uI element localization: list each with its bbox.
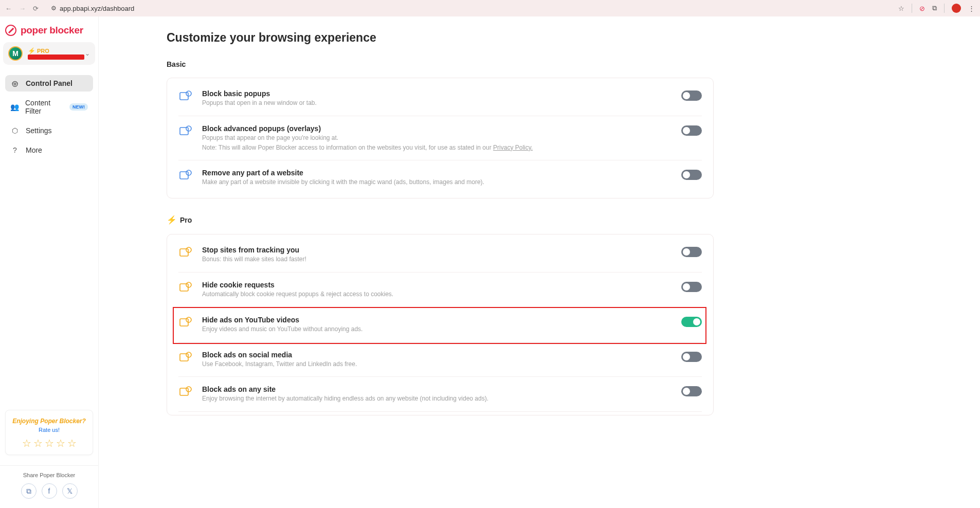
svg-point-11 xyxy=(186,317,191,322)
basic-settings-card: Block basic popups Popups that open in a… xyxy=(167,78,714,198)
setting-desc: Note: This will allow Poper Blocker acce… xyxy=(202,143,672,152)
setting-title: Remove any part of a website xyxy=(202,169,672,177)
sidebar-item-label: Settings xyxy=(26,126,52,135)
setting-title: Block advanced popups (overlays) xyxy=(202,124,672,133)
plan-label: PRO xyxy=(37,48,49,54)
sidebar-nav: ◎ Control Panel 👥 Content Filter NEW! ⬡ … xyxy=(0,75,98,158)
address-url[interactable]: app.pbapi.xyz/dashboard xyxy=(60,5,134,12)
back-icon[interactable]: ← xyxy=(5,5,12,12)
svg-rect-10 xyxy=(180,319,188,326)
reload-icon[interactable]: ⟳ xyxy=(33,5,39,12)
svg-rect-4 xyxy=(180,172,188,179)
section-pro: ⚡ Pro xyxy=(167,215,955,225)
star-icon[interactable]: ☆ xyxy=(67,437,77,449)
setting-desc: Popups that appear on the page you're lo… xyxy=(202,134,672,142)
sidebar-item-more[interactable]: ? More xyxy=(5,142,93,158)
sidebar-item-control-panel[interactable]: ◎ Control Panel xyxy=(5,75,93,92)
star-icon[interactable]: ☆ xyxy=(45,437,54,449)
svg-point-9 xyxy=(186,282,191,287)
forward-icon[interactable]: → xyxy=(19,5,26,12)
svg-point-3 xyxy=(186,126,191,131)
section-basic: Basic xyxy=(167,60,955,68)
svg-point-5 xyxy=(186,170,191,175)
setting-row: Block advanced popups (overlays) Popups … xyxy=(178,116,702,161)
svg-point-1 xyxy=(186,91,191,96)
kebab-icon[interactable]: ⋮ xyxy=(968,5,975,12)
setting-title: Block ads on social media xyxy=(202,351,672,359)
setting-toggle[interactable] xyxy=(681,90,702,101)
sidebar-item-content-filter[interactable]: 👥 Content Filter NEW! xyxy=(5,95,93,119)
star-icon[interactable]: ☆ xyxy=(22,437,31,449)
page-title: Customize your browsing experience xyxy=(167,31,955,45)
star-icon[interactable]: ☆ xyxy=(33,437,43,449)
sidebar-item-label: Control Panel xyxy=(26,79,72,87)
brand-logo[interactable]: poper blocker xyxy=(0,16,98,42)
setting-desc: Popups that open in a new window or tab. xyxy=(202,99,672,107)
rate-us-card: Enjoying Poper Blocker? Rate us! ☆ ☆ ☆ ☆… xyxy=(5,410,93,455)
toolbar-divider xyxy=(912,4,912,13)
setting-toggle[interactable] xyxy=(681,352,702,362)
copy-link-icon[interactable]: ⧉ xyxy=(21,483,37,499)
setting-title: Block basic popups xyxy=(202,89,672,98)
sidebar: poper blocker M ⚡PRO ⌄ ◎ Control Panel 👥… xyxy=(0,16,99,508)
x-twitter-icon[interactable]: 𝕏 xyxy=(62,483,78,499)
setting-title: Hide ads on YouTube videos xyxy=(202,316,672,324)
setting-row: Hide cookie requests Automatically block… xyxy=(178,273,702,307)
svg-rect-8 xyxy=(180,284,188,291)
svg-rect-12 xyxy=(180,354,188,361)
logo-icon xyxy=(5,25,16,36)
setting-icon xyxy=(178,246,193,259)
extensions-icon[interactable]: ⧉ xyxy=(932,4,937,12)
setting-icon xyxy=(178,89,193,103)
svg-point-13 xyxy=(186,352,191,357)
svg-point-7 xyxy=(186,247,191,252)
toolbar-divider xyxy=(944,4,945,13)
site-settings-icon[interactable]: ⚙ xyxy=(51,5,57,12)
setting-icon xyxy=(178,169,193,182)
setting-icon xyxy=(178,385,193,398)
pro-settings-card: Stop sites from tracking you Bonus: this… xyxy=(167,234,714,415)
setting-toggle[interactable] xyxy=(681,247,702,257)
setting-title: Block ads on any site xyxy=(202,385,672,393)
star-icon[interactable]: ☆ xyxy=(56,437,65,449)
setting-toggle[interactable] xyxy=(681,125,702,136)
new-badge: NEW! xyxy=(69,103,88,111)
setting-row: Block ads on any site Enjoy browsing the… xyxy=(178,377,702,412)
svg-rect-2 xyxy=(180,128,188,135)
sidebar-item-settings[interactable]: ⬡ Settings xyxy=(5,122,93,139)
setting-row: Remove any part of a website Make any pa… xyxy=(178,160,702,195)
setting-row: Stop sites from tracking you Bonus: this… xyxy=(178,238,702,273)
account-email xyxy=(28,55,80,60)
star-icon[interactable]: ☆ xyxy=(898,5,904,12)
setting-desc: Enjoy videos and music on YouTube withou… xyxy=(202,325,672,334)
share-label: Share Poper Blocker xyxy=(5,472,93,478)
setting-row: Block ads on social media Use Facebook, … xyxy=(178,342,702,377)
setting-row: Block basic popups Popups that open in a… xyxy=(178,81,702,116)
setting-desc: Bonus: this will make sites load faster! xyxy=(202,255,672,264)
users-icon: 👥 xyxy=(10,103,19,111)
share-block: Share Poper Blocker ⧉ f 𝕏 xyxy=(0,465,98,508)
shield-icon: ⬡ xyxy=(10,126,20,135)
privacy-policy-link[interactable]: Privacy Policy. xyxy=(493,144,533,151)
svg-rect-0 xyxy=(180,93,188,100)
sidebar-item-label: More xyxy=(26,146,42,154)
setting-toggle[interactable] xyxy=(681,317,702,327)
setting-title: Stop sites from tracking you xyxy=(202,246,672,254)
extension-poper-icon[interactable]: ⊘ xyxy=(919,5,925,12)
setting-title: Hide cookie requests xyxy=(202,281,672,289)
setting-icon xyxy=(178,281,193,294)
bolt-icon: ⚡ xyxy=(28,47,35,55)
question-icon: ? xyxy=(10,146,20,154)
setting-icon xyxy=(178,351,193,364)
account-dropdown[interactable]: M ⚡PRO ⌄ xyxy=(3,42,95,65)
rate-us-link[interactable]: Rate us! xyxy=(10,427,88,433)
setting-icon xyxy=(178,316,193,329)
setting-toggle[interactable] xyxy=(681,282,702,292)
profile-icon[interactable] xyxy=(952,4,961,13)
facebook-icon[interactable]: f xyxy=(42,483,57,499)
svg-point-15 xyxy=(186,387,191,392)
setting-toggle[interactable] xyxy=(681,386,702,396)
setting-toggle[interactable] xyxy=(681,170,702,180)
redaction xyxy=(28,55,84,60)
sidebar-item-label: Content Filter xyxy=(25,99,63,115)
